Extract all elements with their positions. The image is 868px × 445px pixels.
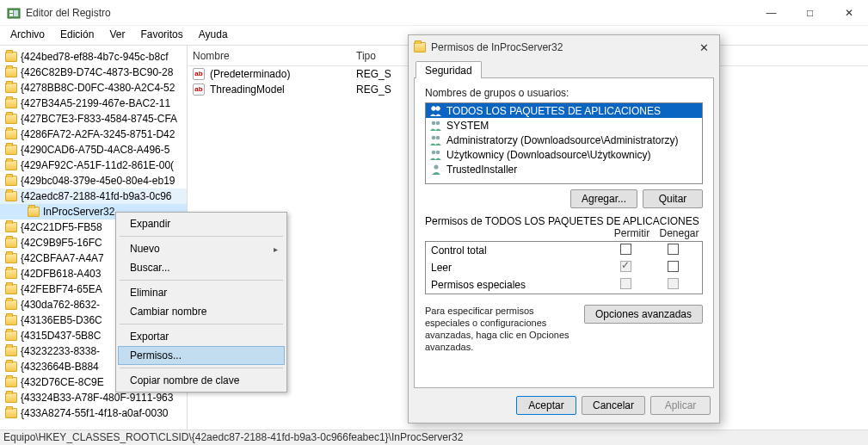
folder-icon [5, 160, 17, 170]
perm-row: Permisos especiales [426, 276, 702, 294]
tree-item[interactable]: {426C82B9-D74C-4873-BC90-28 [0, 65, 187, 80]
minimize-button[interactable]: — [752, 0, 791, 26]
folder-icon [5, 269, 17, 279]
dialog-title: Permisos de InProcServer32 [431, 41, 693, 53]
ctx-expand[interactable]: Expandir [118, 214, 285, 233]
folder-icon [5, 129, 17, 139]
close-button[interactable]: ✕ [829, 0, 868, 26]
tree-item[interactable]: {427BC7E3-F833-4584-8745-CFA [0, 111, 187, 127]
tabstrip: Seguridad [409, 59, 719, 78]
tree-item[interactable]: {4290CAD6-A75D-4AC8-A496-5 [0, 142, 187, 158]
allow-checkbox [620, 278, 631, 289]
tree-item[interactable]: {427B34A5-2199-467e-BAC2-11 [0, 96, 187, 111]
menu-help[interactable]: Ayuda [192, 27, 235, 42]
folder-icon [5, 83, 17, 93]
folder-icon [5, 191, 17, 201]
folder-icon [414, 42, 426, 53]
dialog-close-button[interactable]: ✕ [693, 41, 714, 54]
folder-icon [5, 300, 17, 310]
folder-icon [5, 52, 17, 62]
perm-name: Permisos especiales [431, 279, 602, 291]
user-label: TrustedInstaller [446, 164, 517, 176]
folder-icon [5, 408, 17, 418]
string-icon: ab [193, 68, 205, 80]
advanced-button[interactable]: Opciones avanzadas [584, 305, 703, 324]
deny-checkbox[interactable] [668, 261, 679, 272]
folder-icon [5, 176, 17, 186]
svg-point-10 [432, 150, 436, 154]
ctx-delete[interactable]: Eliminar [118, 283, 285, 302]
group-icon [429, 105, 443, 117]
svg-rect-1 [9, 10, 13, 13]
group-icon [429, 134, 443, 146]
svg-rect-2 [9, 14, 13, 16]
ctx-rename[interactable]: Cambiar nombre [118, 302, 285, 321]
perm-row: Leer [426, 259, 702, 276]
tree-item[interactable]: {42aedc87-2188-41fd-b9a3-0c96 [0, 189, 187, 204]
tree-item[interactable]: {429bc048-379e-45e0-80e4-eb19 [0, 173, 187, 189]
svg-point-7 [436, 121, 440, 125]
menu-file[interactable]: Archivo [3, 27, 52, 42]
ctx-export[interactable]: Exportar [118, 327, 285, 346]
deny-header: Denegar [656, 227, 703, 239]
user-item[interactable]: Administratorzy (Downloadsource\Administ… [426, 133, 702, 147]
separator [120, 368, 283, 368]
ok-button[interactable]: Aceptar [516, 396, 576, 415]
dialog-titlebar: Permisos de InProcServer32 ✕ [409, 35, 719, 59]
apply-button[interactable]: Aplicar [650, 396, 711, 415]
statusbar: Equipo\HKEY_CLASSES_ROOT\CLSID\{42aedc87… [0, 430, 868, 445]
tree-item[interactable]: {4286FA72-A2FA-3245-8751-D42 [0, 127, 187, 142]
allow-checkbox[interactable] [620, 261, 631, 272]
tree-item[interactable]: {4278BB8C-D0FC-4380-A2C4-52 [0, 80, 187, 96]
menu-view[interactable]: Ver [102, 27, 132, 42]
allow-checkbox[interactable] [620, 244, 631, 255]
ctx-find[interactable]: Buscar... [118, 258, 285, 277]
tree-item[interactable]: {429AF92C-A51F-11d2-861E-00( [0, 158, 187, 173]
user-item-selected[interactable]: TODOS LOS PAQUETES DE APLICACIONES [426, 103, 702, 118]
user-icon [429, 164, 443, 176]
svg-point-9 [436, 135, 440, 139]
deny-checkbox [668, 278, 679, 289]
folder-icon [5, 331, 17, 341]
titlebar: Editor del Registro — □ ✕ [0, 0, 868, 26]
separator [120, 280, 283, 281]
user-item[interactable]: TrustedInstaller [426, 162, 702, 176]
col-name[interactable]: Nombre [193, 50, 356, 62]
svg-point-4 [432, 106, 436, 110]
add-button[interactable]: Agregar... [570, 189, 637, 208]
svg-point-5 [436, 106, 440, 110]
tree-item[interactable]: {424bed78-ef88-4b7c-945c-b8cf [0, 49, 187, 65]
regedit-icon [7, 6, 21, 20]
value-type: REG_S [356, 68, 391, 80]
group-icon [429, 120, 443, 132]
value-name: ThreadingModel [210, 83, 356, 96]
tab-security[interactable]: Seguridad [416, 61, 482, 78]
cancel-button[interactable]: Cancelar [582, 396, 645, 415]
deny-checkbox[interactable] [668, 244, 679, 255]
folder-icon [5, 346, 17, 356]
value-name: (Predeterminado) [210, 68, 356, 80]
folder-icon [5, 145, 17, 155]
maximize-button[interactable]: □ [791, 0, 829, 26]
folder-icon [5, 392, 17, 403]
folder-icon [5, 362, 17, 372]
menu-edit[interactable]: Edición [53, 27, 101, 42]
svg-point-12 [434, 164, 438, 169]
user-item[interactable]: SYSTEM [426, 118, 702, 133]
user-label: Administratorzy (Downloadsource\Administ… [446, 134, 678, 146]
svg-point-6 [432, 121, 436, 125]
user-item[interactable]: Użytkownicy (Downloadsource\Użytkownicy) [426, 147, 702, 162]
ctx-new[interactable]: Nuevo [118, 239, 285, 258]
perms-for-label: Permisos de TODOS LOS PAQUETES DE APLICA… [425, 215, 703, 227]
ctx-permissions[interactable]: Permisos... [118, 346, 285, 365]
ctx-copy-key-name[interactable]: Copiar nombre de clave [118, 371, 285, 390]
remove-button[interactable]: Quitar [643, 189, 703, 208]
folder-icon [5, 67, 17, 77]
svg-rect-3 [14, 10, 18, 16]
tree-item[interactable]: {433A8274-55f1-4f18-a0af-0030 [0, 405, 187, 421]
menu-favorites[interactable]: Favoritos [133, 27, 189, 42]
folder-icon [5, 377, 17, 387]
users-listbox[interactable]: TODOS LOS PAQUETES DE APLICACIONES SYSTE… [425, 102, 703, 184]
groups-label: Nombres de grupos o usuarios: [425, 87, 703, 99]
folder-icon [5, 222, 17, 232]
